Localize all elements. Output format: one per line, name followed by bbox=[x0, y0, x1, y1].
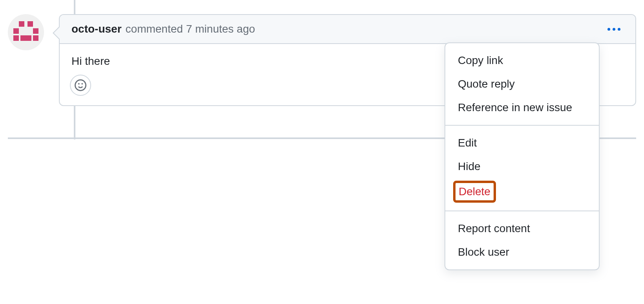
add-reaction-button[interactable] bbox=[70, 75, 91, 96]
menu-delete[interactable]: Delete bbox=[459, 185, 490, 198]
svg-rect-6 bbox=[20, 35, 26, 41]
kebab-menu-button[interactable] bbox=[604, 25, 624, 34]
menu-block-user[interactable]: Block user bbox=[445, 240, 599, 264]
menu-edit[interactable]: Edit bbox=[445, 131, 599, 155]
menu-hide[interactable]: Hide bbox=[445, 155, 599, 178]
dropdown-section-3: Report content Block user bbox=[445, 211, 599, 269]
comment-actions-dropdown: Copy link Quote reply Reference in new i… bbox=[445, 42, 600, 270]
dropdown-section-2: Edit Hide Delete bbox=[445, 126, 599, 211]
comment-timestamp[interactable]: 7 minutes ago bbox=[186, 23, 255, 35]
svg-rect-1 bbox=[19, 21, 24, 27]
delete-highlight-box: Delete bbox=[453, 181, 496, 203]
comment-action-text: commented 7 minutes ago bbox=[126, 23, 255, 35]
svg-rect-5 bbox=[13, 35, 19, 41]
menu-report-content[interactable]: Report content bbox=[445, 217, 599, 240]
kebab-dot-icon bbox=[613, 28, 615, 31]
comment-caret-inner bbox=[54, 27, 60, 39]
dropdown-section-1: Copy link Quote reply Reference in new i… bbox=[445, 43, 599, 125]
canvas: octo-user commented 7 minutes ago Hi the… bbox=[0, 0, 644, 304]
commented-word: commented bbox=[126, 23, 183, 35]
comment-body-text: Hi there bbox=[71, 55, 110, 67]
avatar-identicon bbox=[8, 14, 44, 50]
svg-rect-0 bbox=[8, 14, 44, 50]
avatar[interactable] bbox=[8, 14, 44, 50]
menu-reference-issue[interactable]: Reference in new issue bbox=[445, 96, 599, 119]
svg-rect-8 bbox=[33, 35, 38, 41]
svg-rect-3 bbox=[13, 28, 19, 34]
kebab-dot-icon bbox=[618, 28, 620, 31]
comment-header: octo-user commented 7 minutes ago bbox=[60, 15, 635, 44]
svg-rect-4 bbox=[33, 28, 38, 34]
smiley-icon bbox=[75, 79, 86, 91]
svg-rect-2 bbox=[27, 21, 33, 27]
comment-username[interactable]: octo-user bbox=[71, 23, 122, 35]
svg-rect-7 bbox=[26, 35, 31, 41]
comment-header-left: octo-user commented 7 minutes ago bbox=[71, 23, 255, 35]
menu-copy-link[interactable]: Copy link bbox=[445, 49, 599, 72]
kebab-dot-icon bbox=[607, 28, 610, 31]
menu-quote-reply[interactable]: Quote reply bbox=[445, 72, 599, 96]
